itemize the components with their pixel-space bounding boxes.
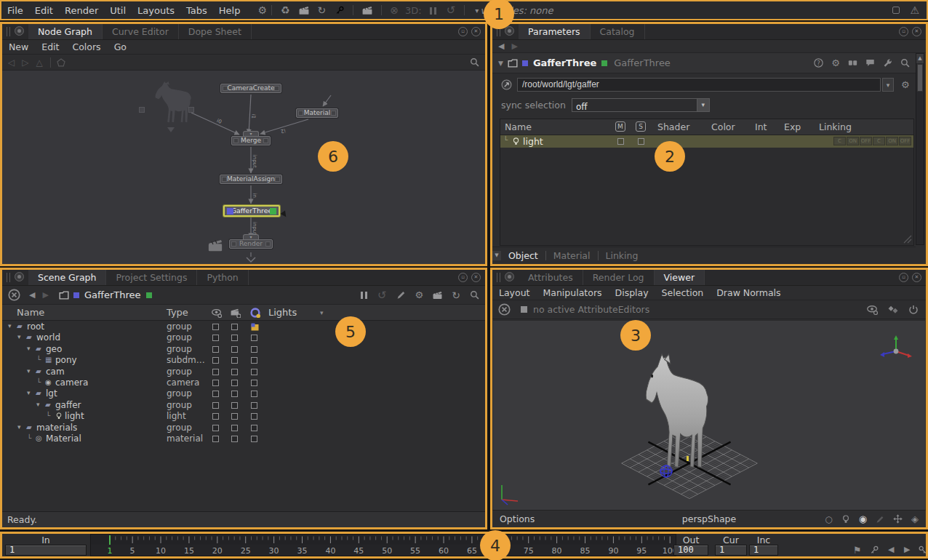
message-center-icon[interactable] xyxy=(892,7,900,14)
menu-render[interactable]: Render xyxy=(59,5,104,16)
linking-off-button-2[interactable]: OFF xyxy=(860,137,872,145)
recycle-icon[interactable]: ♻ xyxy=(281,4,290,16)
pony-node-port-left[interactable] xyxy=(139,107,145,113)
mute-checkbox[interactable] xyxy=(617,138,624,145)
warning-icon[interactable]: ⚠ xyxy=(910,4,919,16)
panel-drag-handle[interactable] xyxy=(497,273,500,282)
working-set-checkbox[interactable] xyxy=(231,335,238,341)
scroll-down-arrow[interactable]: ▼ xyxy=(492,251,501,260)
linking-c-button-3[interactable]: C xyxy=(873,137,885,145)
panel-close-icon[interactable]: ✕ xyxy=(471,27,481,36)
tab-linking[interactable]: Linking xyxy=(599,250,646,261)
clear-icon[interactable] xyxy=(8,289,20,301)
tree-expander-icon[interactable]: ▾ xyxy=(36,401,40,408)
scenegraph-row-geo[interactable]: ▾▰geogroup xyxy=(2,344,485,355)
prev-keyframe-icon[interactable] xyxy=(869,545,879,555)
linking-c-button-0[interactable]: C xyxy=(833,137,846,145)
working-set-checkbox[interactable] xyxy=(212,369,219,375)
tab-render-log[interactable]: Render Log xyxy=(583,270,655,285)
panel-close-icon[interactable]: ✕ xyxy=(912,27,921,36)
working-set-checkbox[interactable] xyxy=(231,357,238,364)
gear-icon[interactable]: ⚙ xyxy=(415,289,424,300)
panel-pin-icon[interactable] xyxy=(15,272,24,281)
nodegraph-menu-colors[interactable]: Colors xyxy=(65,41,107,52)
power-icon[interactable] xyxy=(908,305,919,315)
scenegraph-row-world[interactable]: ▾▰worldgroup xyxy=(2,332,485,343)
panel-pin-icon[interactable] xyxy=(15,26,24,36)
tree-expander-icon[interactable]: ▾ xyxy=(27,345,31,352)
tree-expander-icon[interactable]: ▾ xyxy=(17,333,21,340)
help-icon[interactable]: ? xyxy=(814,58,823,68)
linking-on-button-4[interactable]: ON xyxy=(886,137,898,145)
scenegraph-row-lgt[interactable]: ▾▰lgtgroup xyxy=(2,388,485,399)
working-set-checkbox[interactable] xyxy=(231,413,238,420)
resize-grip-icon[interactable] xyxy=(903,235,912,244)
path-gear-icon[interactable]: ⚙ xyxy=(901,79,910,90)
menu-layouts[interactable]: Layouts xyxy=(132,5,180,16)
node-collapse-chevron[interactable]: ▾ xyxy=(243,234,259,239)
light-row[interactable]: └ light CONOFFCONOFF xyxy=(500,135,913,148)
key-icon[interactable] xyxy=(335,6,344,15)
scenegraph-row-light[interactable]: └lightlight xyxy=(2,411,485,422)
working-set-checkbox[interactable] xyxy=(231,369,238,375)
panel-pin-icon[interactable] xyxy=(505,272,514,281)
scenegraph-row-materials[interactable]: ▾▰materialsgroup xyxy=(2,423,485,433)
working-set-checkbox[interactable] xyxy=(251,380,257,386)
tree-expander-icon[interactable]: ▾ xyxy=(17,423,21,431)
light-manipulator-sphere[interactable] xyxy=(657,463,675,480)
scenegraph-row-gaffer[interactable]: ▾▰gaffergroup xyxy=(2,400,485,411)
viewer-menu-selection[interactable]: Selection xyxy=(655,287,711,298)
node-cameracreate[interactable]: CameraCreate xyxy=(220,84,281,93)
working-set-checkbox[interactable] xyxy=(231,436,238,442)
node-merge[interactable]: Merge xyxy=(231,136,271,145)
linking-off-button-5[interactable]: OFF xyxy=(899,137,911,145)
wrench-icon[interactable] xyxy=(883,58,892,68)
orientation-gizmo[interactable] xyxy=(877,334,915,369)
working-set-checkbox[interactable] xyxy=(212,425,219,431)
nodegraph-menu-go[interactable]: Go xyxy=(108,41,133,52)
tab-curve-editor[interactable]: Curve Editor xyxy=(103,24,179,39)
target-icon[interactable]: ◉ xyxy=(859,513,867,524)
col-s-icon[interactable]: S xyxy=(636,121,646,132)
increment-field[interactable]: 1 xyxy=(749,545,778,556)
scenegraph-row-camera[interactable]: └◉cameracamera xyxy=(2,377,485,388)
viewer-viewport[interactable] xyxy=(493,320,925,510)
working-set-checkbox[interactable] xyxy=(231,380,238,386)
menu-edit[interactable]: Edit xyxy=(29,5,59,16)
move-manipulator-icon[interactable] xyxy=(893,514,903,524)
circle-icon[interactable]: ○ xyxy=(825,514,832,524)
pony-silhouette[interactable] xyxy=(148,81,197,126)
flag-icon[interactable]: ⚑ xyxy=(853,545,862,556)
working-set-checkbox[interactable] xyxy=(212,335,219,341)
panel-pin-icon[interactable] xyxy=(505,26,514,36)
sync-selection-dropdown[interactable]: off ▾ xyxy=(572,98,710,112)
clear-icon[interactable] xyxy=(498,303,511,316)
working-set-checkbox[interactable] xyxy=(231,391,238,397)
pause-icon[interactable] xyxy=(359,288,368,302)
pony-node-port-right[interactable] xyxy=(188,107,194,113)
render-settings-icon[interactable] xyxy=(362,5,372,15)
history-forward-icon[interactable]: ▶ xyxy=(511,41,517,51)
panel-float-icon[interactable]: ▫ xyxy=(899,273,908,282)
scenegraph-row-pony[interactable]: └▦ponysubdm… xyxy=(2,355,485,366)
in-frame-field[interactable]: 1 xyxy=(5,545,87,556)
nodegraph-menu-new[interactable]: New xyxy=(2,41,35,52)
tab-material[interactable]: Material xyxy=(546,250,598,261)
linking-on-button-1[interactable]: ON xyxy=(847,137,859,145)
lights-filter-dropdown-icon[interactable]: ▾ xyxy=(320,309,324,316)
working-set-checkbox[interactable] xyxy=(231,324,238,330)
working-set-checkbox[interactable] xyxy=(251,436,257,442)
variables-dropdown-arrow[interactable]: ▾ xyxy=(475,7,479,15)
pencil-icon[interactable] xyxy=(396,290,406,300)
parameters-scrollbar[interactable]: ▲ xyxy=(916,53,924,245)
history-back-icon[interactable]: ◀ xyxy=(498,41,504,51)
node-material[interactable]: Material xyxy=(296,108,338,118)
visibility-icon[interactable] xyxy=(867,304,878,315)
working-set-checkbox[interactable] xyxy=(251,402,257,409)
working-set-checkbox[interactable] xyxy=(251,335,257,341)
panel-drag-handle[interactable] xyxy=(7,273,10,282)
timeline-ruler[interactable]: 1510152025303540455055606570758085909510… xyxy=(90,534,676,556)
panel-float-icon[interactable]: ▫ xyxy=(899,27,908,36)
tab-attributes[interactable]: Attributes xyxy=(519,270,583,285)
node-render[interactable]: Render xyxy=(229,239,273,249)
